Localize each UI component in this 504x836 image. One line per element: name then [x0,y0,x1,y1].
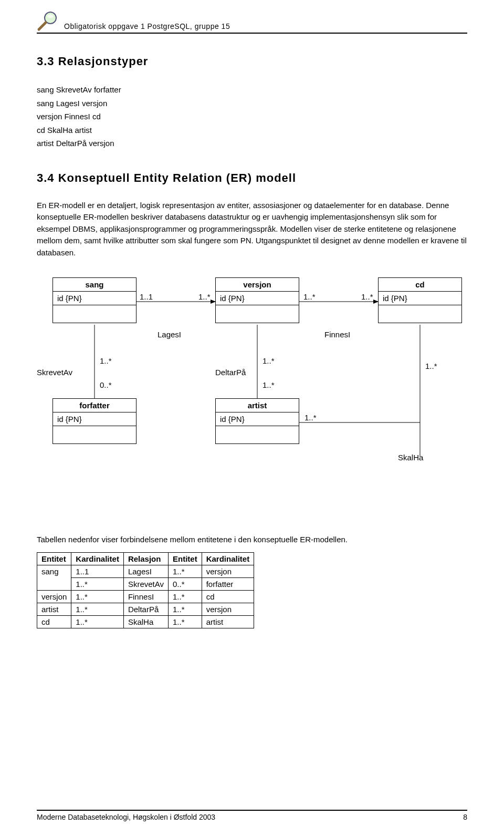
relation-label: FinnesI [324,330,350,339]
page-header: Obligatorisk oppgave 1 PostgreSQL, grupp… [37,0,467,34]
cardinality-label: 1..* [361,292,373,301]
relation-item: sang SkrevetAv forfatter [37,83,467,97]
table-header: Relasjon [123,553,168,565]
entity-empty [53,305,136,323]
entity-sang: sang id {PN} [52,277,136,323]
table-cell: LagesI [123,565,168,578]
entity-title: forfatter [53,399,136,412]
table-cell: versjon [202,603,254,616]
entity-cd: cd id {PN} [378,277,462,323]
er-diagram: sang id {PN} versjon id {PN} cd id {PN} … [37,277,467,498]
entity-attr: id {PN} [53,412,136,426]
table-cell: forfatter [202,578,254,591]
table-cell: 1..* [71,616,124,628]
table-cell: FinnesI [123,591,168,603]
relation-item: sang LagesI versjon [37,97,467,110]
table-cell: versjon [37,591,71,603]
entity-title: versjon [216,278,299,291]
table-cell: 1..* [168,616,202,628]
table-cell: sang [37,565,71,591]
table-row: versjon 1..* FinnesI 1..* cd [37,591,254,603]
table-cell: versjon [202,565,254,578]
entity-title: artist [216,399,299,412]
relation-item: cd SkalHa artist [37,123,467,137]
section-3-4-paragraph: En ER-modell er en detaljert, logisk rep… [37,200,467,259]
table-header-row: Entitet Kardinalitet Relasjon Entitet Ka… [37,553,254,565]
footer-left: Moderne Databaseteknologi, Høgskolen i Ø… [37,813,215,821]
entity-empty [379,305,461,323]
table-cell: artist [202,616,254,628]
table-row: sang 1..1 LagesI 1..* versjon [37,565,254,578]
relation-label: SkrevetAv [37,368,72,377]
cardinality-label: 0..* [100,380,112,389]
table-cell: 1..1 [71,565,124,578]
entity-attr: id {PN} [216,412,299,426]
entity-versjon: versjon id {PN} [215,277,299,323]
entity-attr: id {PN} [53,291,136,305]
entity-empty [53,426,136,443]
entity-empty [216,426,299,443]
table-cell: SkrevetAv [123,578,168,591]
table-cell: 1..* [168,591,202,603]
cardinality-label: 1..* [304,413,317,422]
table-row: artist 1..* DeltarPå 1..* versjon [37,603,254,616]
table-cell: 1..* [71,603,124,616]
table-header: Entitet [37,553,71,565]
relation-label: DeltarPå [215,368,246,377]
relation-item: artist DeltarPå versjon [37,137,467,150]
header-title: Obligatorisk oppgave 1 PostgreSQL, grupp… [64,22,230,30]
cardinality-label: 1..1 [140,292,153,301]
entity-attr: id {PN} [216,291,299,305]
table-cell: 1..* [71,591,124,603]
table-header: Kardinalitet [71,553,124,565]
cardinality-label: 1..* [100,356,112,365]
cardinality-label: 1..* [262,380,275,389]
entity-title: cd [379,278,461,291]
cardinality-label: 1..* [303,292,316,301]
table-header: Kardinalitet [202,553,254,565]
relation-label: LagesI [158,330,181,339]
svg-point-2 [47,15,54,18]
entity-forfatter: forfatter id {PN} [52,398,136,444]
table-row: cd 1..* SkalHa 1..* artist [37,616,254,628]
section-3-3-heading: 3.3 Relasjonstyper [37,55,467,68]
table-header: Entitet [168,553,202,565]
table-cell: cd [37,616,71,628]
svg-line-1 [39,23,46,29]
relation-label: SkalHa [398,453,423,462]
table-cell: 1..* [71,578,124,591]
table-cell: 1..* [168,565,202,578]
section-3-4-heading: 3.4 Konseptuell Entity Relation (ER) mod… [37,171,467,185]
entity-empty [216,305,299,323]
entity-attr: id {PN} [379,291,461,305]
table-cell: SkalHa [123,616,168,628]
entity-artist: artist id {PN} [215,398,299,444]
footer-page-number: 8 [463,813,467,821]
cardinality-label: 1..* [425,362,437,370]
relation-list: sang SkrevetAv forfatter sang LagesI ver… [37,83,467,150]
table-cell: 1..* [168,603,202,616]
relation-item: versjon FinnesI cd [37,110,467,123]
table-cell: 0..* [168,578,202,591]
page-footer: Moderne Databaseteknologi, Høgskolen i Ø… [37,810,467,821]
cardinality-label: 1..* [262,356,275,365]
table-cell: DeltarPå [123,603,168,616]
cardinality-label: 1..* [198,292,211,301]
magnifier-icon [37,9,59,32]
cardinality-table: Entitet Kardinalitet Relasjon Entitet Ka… [37,552,254,628]
table-intro: Tabellen nedenfor viser forbindelsene me… [37,535,467,544]
table-cell: artist [37,603,71,616]
entity-title: sang [53,278,136,291]
table-cell: cd [202,591,254,603]
